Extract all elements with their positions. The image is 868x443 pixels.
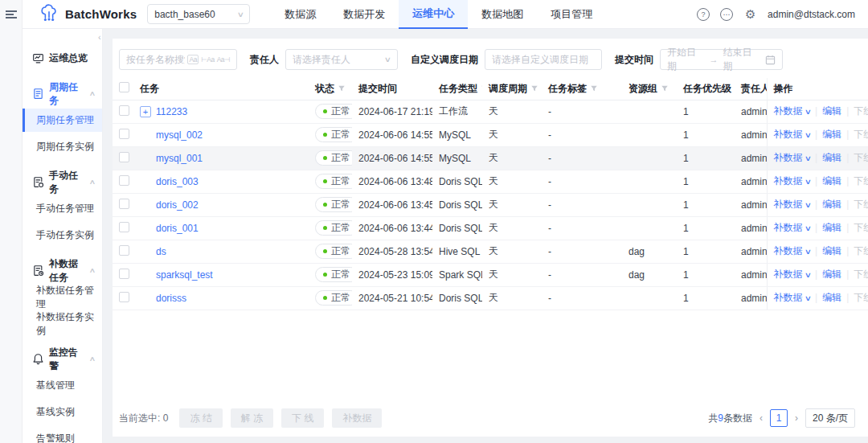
edit-action[interactable]: 编辑	[822, 269, 841, 280]
submit-time-range-picker[interactable]: 开始日期 → 结束日期	[660, 49, 783, 70]
row-checkbox[interactable]	[119, 129, 129, 139]
sidebar-item[interactable]: 运维总览	[23, 47, 102, 70]
edit-action[interactable]: 编辑	[822, 129, 841, 140]
filter-funnel-icon[interactable]	[338, 84, 346, 95]
edit-action[interactable]: 编辑	[822, 152, 841, 163]
task-name-link[interactable]: mysql_001	[156, 153, 203, 164]
edit-action[interactable]: 编辑	[822, 199, 841, 210]
task-name-link[interactable]: sparksql_test	[156, 269, 213, 281]
task-name-link[interactable]: ds	[156, 246, 166, 257]
supplement-data-action[interactable]: 补数据∨	[774, 292, 811, 303]
batch-action-button[interactable]: 补数据	[332, 408, 382, 428]
offline-action[interactable]: 下线	[854, 222, 868, 233]
row-checkbox[interactable]	[119, 175, 129, 186]
nav-item[interactable]: 数据源	[271, 0, 330, 29]
hamburger-menu-icon[interactable]	[6, 10, 17, 18]
task-name-link[interactable]: 112233	[156, 106, 187, 117]
task-search-input[interactable]	[126, 54, 185, 65]
submit-time-label: 提交时间	[615, 53, 653, 67]
sidebar-collapse-icon[interactable]: ‹	[98, 32, 101, 42]
match-case-icon[interactable]: Aa	[187, 55, 199, 64]
supplement-data-action[interactable]: 补数据∨	[774, 175, 811, 187]
supplement-data-action[interactable]: 补数据∨	[774, 269, 811, 280]
offline-action[interactable]: 下线	[854, 292, 868, 303]
nav-item[interactable]: 运维中心	[399, 0, 468, 29]
sidebar-item[interactable]: 周期任务管理	[23, 109, 102, 132]
edit-action[interactable]: 编辑	[822, 222, 841, 233]
current-page-button[interactable]: 1	[770, 409, 788, 427]
supplement-data-action[interactable]: 补数据∨	[774, 105, 811, 117]
batch-action-button[interactable]: 下 线	[281, 408, 324, 428]
edit-action[interactable]: 编辑	[822, 292, 841, 303]
batch-action-button[interactable]: 冻 结	[179, 408, 222, 428]
sidebar-item[interactable]: 基线管理	[23, 374, 102, 397]
offline-action[interactable]: 下线	[854, 105, 868, 117]
custom-date-input[interactable]: 请选择自定义调度日期	[485, 49, 602, 70]
edit-action[interactable]: 编辑	[822, 175, 841, 187]
nav-item[interactable]: 数据地图	[468, 0, 537, 29]
supplement-data-action[interactable]: 补数据∨	[774, 245, 811, 256]
edit-action[interactable]: 编辑	[822, 245, 841, 256]
offline-action[interactable]: 下线	[854, 269, 868, 280]
edit-action[interactable]: 编辑	[822, 105, 841, 117]
task-name-link[interactable]: doris_001	[156, 223, 199, 234]
row-checkbox[interactable]	[119, 292, 129, 302]
message-icon[interactable]: ⋯	[720, 8, 733, 21]
schedule-period-cell: 天	[482, 216, 542, 240]
user-email[interactable]: admin@dtstack.com	[768, 9, 855, 20]
row-checkbox[interactable]	[119, 105, 129, 116]
task-name-link[interactable]: doris_002	[156, 199, 199, 211]
sidebar-item[interactable]: 手动任务管理	[23, 197, 102, 220]
prev-page-icon[interactable]: ‹	[760, 412, 763, 424]
project-select[interactable]: bacth_base60 ∨	[147, 4, 250, 24]
task-name-link[interactable]: doris_003	[156, 176, 199, 187]
row-checkbox[interactable]	[119, 269, 129, 279]
filter-funnel-icon[interactable]	[590, 84, 598, 95]
overview-icon	[32, 52, 44, 64]
offline-action[interactable]: 下线	[854, 199, 868, 210]
sidebar-item[interactable]: 手动任务实例	[23, 224, 102, 247]
task-name-link[interactable]: dorisss	[156, 293, 186, 304]
offline-action[interactable]: 下线	[854, 129, 868, 140]
sidebar-item[interactable]: 基线实例	[23, 400, 102, 424]
gear-icon[interactable]: ⚙	[743, 7, 757, 21]
nav-item[interactable]: 项目管理	[537, 0, 606, 29]
filter-funnel-icon[interactable]	[530, 84, 538, 95]
filter-funnel-icon[interactable]	[481, 84, 482, 95]
help-icon[interactable]: ?	[697, 8, 710, 21]
supplement-data-action[interactable]: 补数据∨	[774, 152, 811, 163]
row-checkbox[interactable]	[119, 152, 129, 162]
supplement-data-action[interactable]: 补数据∨	[774, 129, 811, 140]
expand-row-icon[interactable]: +	[140, 106, 151, 117]
row-checkbox[interactable]	[119, 222, 129, 232]
owner-select[interactable]: 请选择责任人 ∨	[285, 49, 398, 70]
filter-funnel-icon[interactable]	[661, 84, 669, 95]
sidebar-group[interactable]: 补数据任务∧	[23, 259, 102, 282]
offline-action[interactable]: 下线	[854, 245, 868, 256]
owner-cell: admin	[735, 240, 767, 263]
page-size-select[interactable]: 20 条/页	[805, 408, 855, 428]
sidebar-group[interactable]: 周期任务∧	[23, 82, 102, 105]
task-name-link[interactable]: mysql_002	[156, 129, 203, 141]
match-prefix-icon[interactable]: ⊢Aa	[201, 55, 214, 64]
sidebar-item[interactable]: 补数据任务实例	[23, 312, 102, 335]
batch-action-button[interactable]: 解 冻	[231, 408, 273, 428]
offline-action[interactable]: 下线	[854, 152, 868, 163]
supplement-data-action[interactable]: 补数据∨	[774, 199, 811, 210]
sidebar-item[interactable]: 周期任务实例	[23, 135, 102, 158]
next-page-icon[interactable]: ›	[795, 412, 798, 424]
status-dot-icon	[323, 133, 327, 137]
sidebar-item[interactable]: 补数据任务管理	[23, 285, 102, 309]
nav-item[interactable]: 数据开发	[330, 0, 399, 29]
ops-cell: 补数据∨|编辑|下线	[767, 286, 868, 310]
status-dot-icon	[323, 226, 327, 230]
offline-action[interactable]: 下线	[854, 175, 868, 187]
sidebar-item[interactable]: 告警规则	[23, 427, 102, 443]
supplement-data-action[interactable]: 补数据∨	[774, 222, 811, 233]
row-checkbox[interactable]	[119, 245, 129, 256]
row-checkbox[interactable]	[119, 199, 129, 209]
select-all-checkbox[interactable]	[119, 82, 129, 92]
sidebar-group[interactable]: 监控告警∧	[23, 347, 102, 371]
match-suffix-icon[interactable]: Aa⊣	[217, 55, 230, 64]
sidebar-group[interactable]: 手动任务∧	[23, 170, 102, 194]
